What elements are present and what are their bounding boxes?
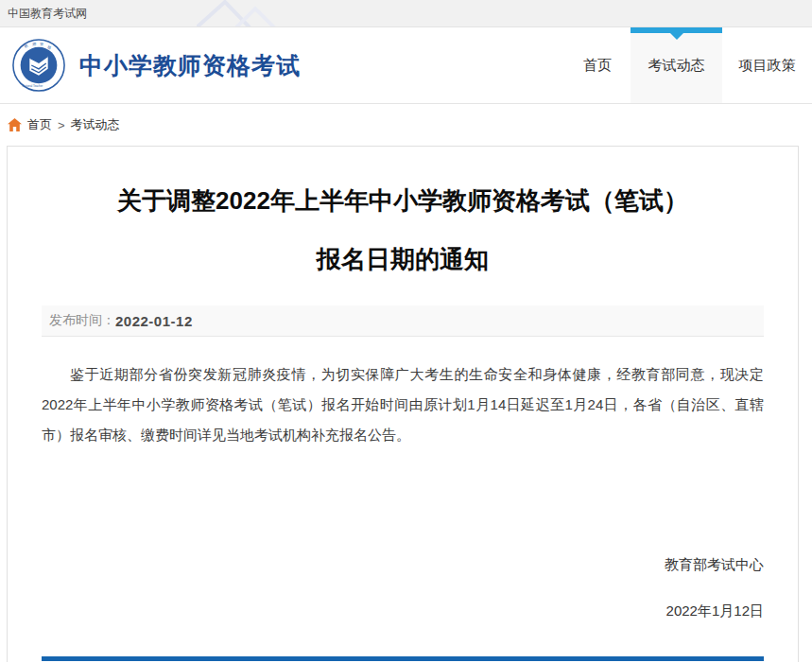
brand[interactable]: 教 师 资 格 National Teacher 中小学教师资格考试 [11,38,301,93]
nav-item-exam-news-label: 考试动态 [648,57,705,75]
publish-time-value: 2022-01-12 [115,313,193,329]
active-tab-caret-icon [670,33,683,40]
book-seal-icon: 教 师 资 格 National Teacher [11,38,66,93]
article-body: 鉴于近期部分省份突发新冠肺炎疫情，为切实保障广大考生的生命安全和身体健康，经教育… [42,359,764,450]
breadcrumb-current[interactable]: 考试动态 [71,116,120,133]
home-icon [8,118,22,131]
publish-time-label: 发布时间： [49,312,115,329]
bottom-blue-divider [42,656,764,661]
breadcrumb: 首页 > 考试动态 [0,104,812,146]
nav-item-policy[interactable]: 项目政策 [722,27,812,103]
publish-time-bar: 发布时间： 2022-01-12 [42,305,764,337]
article-title-line1: 关于调整2022年上半年中小学教师资格考试（笔试） [42,171,764,230]
article-title-line2: 报名日期的通知 [42,230,764,288]
nav-item-exam-news[interactable]: 考试动态 [631,27,722,103]
svg-text:师: 师 [32,42,36,46]
site-header: 教 师 资 格 National Teacher 中小学教师资格考试 首页 考试… [0,27,812,104]
nav-item-home-label: 首页 [583,57,612,75]
main-nav: 首页 考试动态 项目政策 [564,27,812,103]
brand-title: 中小学教师资格考试 [79,50,301,81]
top-utility-bar: 中国教育考试网 [0,0,812,27]
signature-date: 2022年1月12日 [42,602,764,620]
signature-org: 教育部考试中心 [42,556,764,574]
svg-text:National Teacher: National Teacher [23,84,43,88]
breadcrumb-separator: > [58,118,65,132]
breadcrumb-home[interactable]: 首页 [27,116,52,133]
nav-item-home[interactable]: 首页 [564,27,631,103]
mountain-decoration [197,0,320,27]
site-name-link[interactable]: 中国教育考试网 [8,6,87,22]
nav-item-policy-label: 项目政策 [739,57,796,75]
notice-card: 关于调整2022年上半年中小学教师资格考试（笔试） 报名日期的通知 发布时间： … [7,146,799,662]
article-title: 关于调整2022年上半年中小学教师资格考试（笔试） 报名日期的通知 [42,171,764,288]
svg-text:资: 资 [40,42,43,46]
